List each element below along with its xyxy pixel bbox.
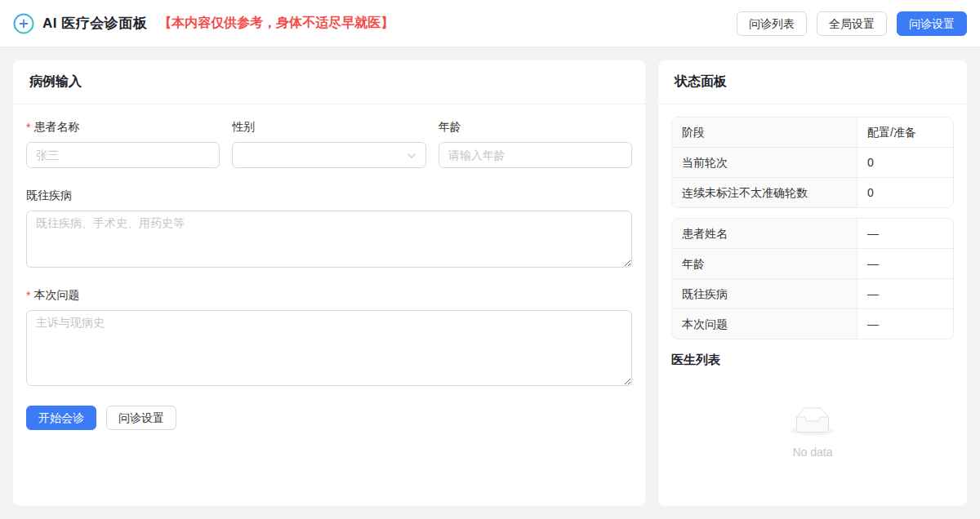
table-row: 患者姓名 — bbox=[672, 219, 953, 248]
status-card-title: 状态面板 bbox=[675, 73, 727, 91]
chevron-down-icon bbox=[406, 150, 417, 162]
row-label: 患者姓名 bbox=[672, 219, 858, 248]
plus-circle-icon bbox=[13, 13, 34, 34]
status-card-header: 状态面板 bbox=[658, 60, 967, 104]
row-label: 既往疾病 bbox=[672, 279, 858, 308]
row-value: — bbox=[858, 309, 953, 339]
form-actions: 开始会诊 问诊设置 bbox=[26, 406, 632, 430]
form-row-basic: * 患者名称 性别 bbox=[26, 119, 632, 168]
case-card-header: 病例输入 bbox=[13, 60, 645, 104]
patient-info-table: 患者姓名 — 年龄 — 既往疾病 — 本次问题 — bbox=[671, 218, 954, 339]
row-value: 0 bbox=[858, 148, 953, 177]
start-consult-button[interactable]: 开始会诊 bbox=[26, 406, 96, 430]
status-body: 阶段 配置/准备 当前轮次 0 连续未标注不太准确轮数 0 患者姓名 — bbox=[658, 104, 967, 471]
consult-settings-button[interactable]: 问诊设置 bbox=[897, 11, 967, 36]
status-panel-card: 状态面板 阶段 配置/准备 当前轮次 0 连续未标注不太准确轮数 0 bbox=[658, 60, 967, 506]
table-row: 年龄 — bbox=[672, 248, 953, 278]
consult-settings-secondary-button[interactable]: 问诊设置 bbox=[106, 406, 176, 430]
patient-name-input[interactable] bbox=[26, 142, 220, 168]
doctor-list-title: 医生列表 bbox=[671, 353, 954, 368]
table-row: 连续未标注不太准确轮数 0 bbox=[672, 177, 953, 207]
empty-text: No data bbox=[671, 446, 954, 459]
history-label: 既往疾病 bbox=[26, 188, 632, 204]
case-input-card: 病例输入 * 患者名称 性别 bbox=[13, 60, 645, 506]
required-mark: * bbox=[26, 289, 30, 302]
page-title: AI 医疗会诊面板 bbox=[42, 14, 147, 33]
medical-disclaimer: 【本内容仅供参考，身体不适尽早就医】 bbox=[158, 15, 394, 32]
row-label: 当前轮次 bbox=[672, 148, 858, 177]
age-input[interactable] bbox=[439, 142, 632, 168]
doctor-list-empty-state: No data bbox=[671, 407, 954, 459]
gender-select[interactable] bbox=[232, 142, 425, 168]
patient-name-label: * 患者名称 bbox=[26, 119, 220, 135]
row-label: 阶段 bbox=[672, 118, 858, 147]
header-left: AI 医疗会诊面板 【本内容仅供参考，身体不适尽早就医】 bbox=[13, 13, 394, 34]
row-value: — bbox=[858, 279, 953, 308]
session-status-table: 阶段 配置/准备 当前轮次 0 连续未标注不太准确轮数 0 bbox=[671, 117, 954, 208]
required-mark: * bbox=[26, 121, 30, 134]
header-actions: 问诊列表 全局设置 问诊设置 bbox=[737, 11, 967, 36]
case-form: * 患者名称 性别 bbox=[13, 104, 645, 445]
row-value: — bbox=[858, 219, 953, 248]
consult-list-button[interactable]: 问诊列表 bbox=[737, 11, 807, 36]
table-row: 阶段 配置/准备 bbox=[672, 118, 953, 147]
patient-name-item: * 患者名称 bbox=[26, 119, 220, 168]
app-header: AI 医疗会诊面板 【本内容仅供参考，身体不适尽早就医】 问诊列表 全局设置 问… bbox=[0, 0, 980, 47]
history-item: 既往疾病 bbox=[26, 188, 632, 268]
empty-inbox-icon bbox=[791, 407, 835, 439]
row-label: 本次问题 bbox=[672, 309, 858, 339]
gender-label: 性别 bbox=[232, 119, 425, 135]
question-label: * 本次问题 bbox=[26, 287, 632, 304]
main-content: 病例输入 * 患者名称 性别 bbox=[0, 47, 980, 519]
table-row: 既往疾病 — bbox=[672, 278, 953, 308]
case-card-title: 病例输入 bbox=[29, 73, 82, 91]
age-label: 年龄 bbox=[439, 119, 632, 135]
question-textarea[interactable] bbox=[26, 310, 632, 386]
question-item: * 本次问题 bbox=[26, 287, 632, 386]
table-row: 当前轮次 0 bbox=[672, 147, 953, 177]
gender-item: 性别 bbox=[232, 119, 425, 168]
age-item: 年龄 bbox=[439, 119, 632, 168]
global-settings-button[interactable]: 全局设置 bbox=[817, 11, 887, 36]
row-value: 0 bbox=[858, 178, 953, 207]
row-value: 配置/准备 bbox=[858, 118, 953, 147]
table-row: 本次问题 — bbox=[672, 308, 953, 339]
history-textarea[interactable] bbox=[26, 211, 632, 268]
row-label: 年龄 bbox=[672, 249, 858, 278]
row-value: — bbox=[858, 249, 953, 278]
row-label: 连续未标注不太准确轮数 bbox=[672, 178, 858, 207]
